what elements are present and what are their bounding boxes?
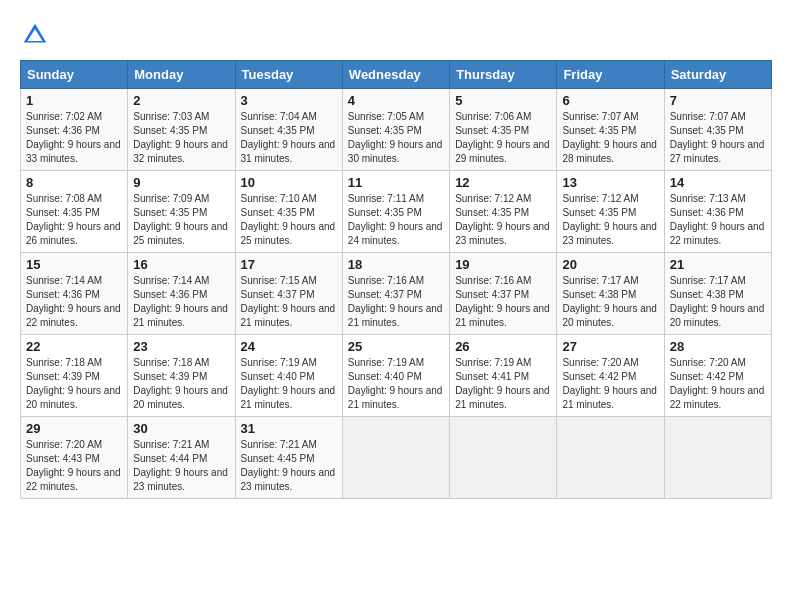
day-number: 1: [26, 93, 122, 108]
calendar-cell: [450, 417, 557, 499]
calendar-week-row: 15Sunrise: 7:14 AMSunset: 4:36 PMDayligh…: [21, 253, 772, 335]
day-info: Sunrise: 7:19 AMSunset: 4:41 PMDaylight:…: [455, 356, 551, 412]
page-header: [20, 20, 772, 50]
day-number: 23: [133, 339, 229, 354]
day-number: 9: [133, 175, 229, 190]
column-header-thursday: Thursday: [450, 61, 557, 89]
calendar-cell: 23Sunrise: 7:18 AMSunset: 4:39 PMDayligh…: [128, 335, 235, 417]
calendar-cell: [342, 417, 449, 499]
calendar-cell: 13Sunrise: 7:12 AMSunset: 4:35 PMDayligh…: [557, 171, 664, 253]
calendar-cell: 20Sunrise: 7:17 AMSunset: 4:38 PMDayligh…: [557, 253, 664, 335]
calendar-cell: 30Sunrise: 7:21 AMSunset: 4:44 PMDayligh…: [128, 417, 235, 499]
day-info: Sunrise: 7:07 AMSunset: 4:35 PMDaylight:…: [670, 110, 766, 166]
day-info: Sunrise: 7:20 AMSunset: 4:42 PMDaylight:…: [670, 356, 766, 412]
day-info: Sunrise: 7:12 AMSunset: 4:35 PMDaylight:…: [455, 192, 551, 248]
calendar-cell: 3Sunrise: 7:04 AMSunset: 4:35 PMDaylight…: [235, 89, 342, 171]
day-number: 8: [26, 175, 122, 190]
calendar-week-row: 29Sunrise: 7:20 AMSunset: 4:43 PMDayligh…: [21, 417, 772, 499]
calendar-table: SundayMondayTuesdayWednesdayThursdayFrid…: [20, 60, 772, 499]
calendar-cell: 8Sunrise: 7:08 AMSunset: 4:35 PMDaylight…: [21, 171, 128, 253]
calendar-cell: 25Sunrise: 7:19 AMSunset: 4:40 PMDayligh…: [342, 335, 449, 417]
calendar-cell: 22Sunrise: 7:18 AMSunset: 4:39 PMDayligh…: [21, 335, 128, 417]
day-info: Sunrise: 7:20 AMSunset: 4:43 PMDaylight:…: [26, 438, 122, 494]
day-info: Sunrise: 7:19 AMSunset: 4:40 PMDaylight:…: [241, 356, 337, 412]
calendar-cell: 5Sunrise: 7:06 AMSunset: 4:35 PMDaylight…: [450, 89, 557, 171]
calendar-cell: 26Sunrise: 7:19 AMSunset: 4:41 PMDayligh…: [450, 335, 557, 417]
day-info: Sunrise: 7:05 AMSunset: 4:35 PMDaylight:…: [348, 110, 444, 166]
day-number: 4: [348, 93, 444, 108]
calendar-cell: [557, 417, 664, 499]
day-number: 13: [562, 175, 658, 190]
column-header-friday: Friday: [557, 61, 664, 89]
day-info: Sunrise: 7:11 AMSunset: 4:35 PMDaylight:…: [348, 192, 444, 248]
day-number: 14: [670, 175, 766, 190]
day-number: 27: [562, 339, 658, 354]
day-info: Sunrise: 7:07 AMSunset: 4:35 PMDaylight:…: [562, 110, 658, 166]
day-number: 19: [455, 257, 551, 272]
day-info: Sunrise: 7:17 AMSunset: 4:38 PMDaylight:…: [562, 274, 658, 330]
column-header-saturday: Saturday: [664, 61, 771, 89]
day-number: 3: [241, 93, 337, 108]
day-number: 7: [670, 93, 766, 108]
calendar-cell: 24Sunrise: 7:19 AMSunset: 4:40 PMDayligh…: [235, 335, 342, 417]
day-info: Sunrise: 7:02 AMSunset: 4:36 PMDaylight:…: [26, 110, 122, 166]
day-number: 15: [26, 257, 122, 272]
calendar-header-row: SundayMondayTuesdayWednesdayThursdayFrid…: [21, 61, 772, 89]
day-info: Sunrise: 7:13 AMSunset: 4:36 PMDaylight:…: [670, 192, 766, 248]
day-number: 26: [455, 339, 551, 354]
column-header-monday: Monday: [128, 61, 235, 89]
day-info: Sunrise: 7:10 AMSunset: 4:35 PMDaylight:…: [241, 192, 337, 248]
day-number: 16: [133, 257, 229, 272]
day-info: Sunrise: 7:18 AMSunset: 4:39 PMDaylight:…: [133, 356, 229, 412]
calendar-cell: 11Sunrise: 7:11 AMSunset: 4:35 PMDayligh…: [342, 171, 449, 253]
day-number: 31: [241, 421, 337, 436]
calendar-cell: 19Sunrise: 7:16 AMSunset: 4:37 PMDayligh…: [450, 253, 557, 335]
calendar-cell: [664, 417, 771, 499]
logo: [20, 20, 54, 50]
day-number: 22: [26, 339, 122, 354]
column-header-tuesday: Tuesday: [235, 61, 342, 89]
day-number: 10: [241, 175, 337, 190]
day-number: 24: [241, 339, 337, 354]
day-number: 18: [348, 257, 444, 272]
day-number: 28: [670, 339, 766, 354]
column-header-wednesday: Wednesday: [342, 61, 449, 89]
day-number: 30: [133, 421, 229, 436]
day-info: Sunrise: 7:21 AMSunset: 4:44 PMDaylight:…: [133, 438, 229, 494]
day-number: 5: [455, 93, 551, 108]
day-info: Sunrise: 7:21 AMSunset: 4:45 PMDaylight:…: [241, 438, 337, 494]
column-header-sunday: Sunday: [21, 61, 128, 89]
calendar-week-row: 22Sunrise: 7:18 AMSunset: 4:39 PMDayligh…: [21, 335, 772, 417]
calendar-cell: 31Sunrise: 7:21 AMSunset: 4:45 PMDayligh…: [235, 417, 342, 499]
day-info: Sunrise: 7:16 AMSunset: 4:37 PMDaylight:…: [455, 274, 551, 330]
calendar-cell: 7Sunrise: 7:07 AMSunset: 4:35 PMDaylight…: [664, 89, 771, 171]
day-info: Sunrise: 7:18 AMSunset: 4:39 PMDaylight:…: [26, 356, 122, 412]
day-info: Sunrise: 7:09 AMSunset: 4:35 PMDaylight:…: [133, 192, 229, 248]
calendar-cell: 17Sunrise: 7:15 AMSunset: 4:37 PMDayligh…: [235, 253, 342, 335]
calendar-cell: 28Sunrise: 7:20 AMSunset: 4:42 PMDayligh…: [664, 335, 771, 417]
day-number: 11: [348, 175, 444, 190]
day-info: Sunrise: 7:08 AMSunset: 4:35 PMDaylight:…: [26, 192, 122, 248]
day-number: 17: [241, 257, 337, 272]
day-number: 25: [348, 339, 444, 354]
day-number: 21: [670, 257, 766, 272]
day-info: Sunrise: 7:19 AMSunset: 4:40 PMDaylight:…: [348, 356, 444, 412]
calendar-week-row: 1Sunrise: 7:02 AMSunset: 4:36 PMDaylight…: [21, 89, 772, 171]
day-info: Sunrise: 7:06 AMSunset: 4:35 PMDaylight:…: [455, 110, 551, 166]
calendar-cell: 9Sunrise: 7:09 AMSunset: 4:35 PMDaylight…: [128, 171, 235, 253]
day-info: Sunrise: 7:14 AMSunset: 4:36 PMDaylight:…: [133, 274, 229, 330]
day-number: 12: [455, 175, 551, 190]
day-number: 29: [26, 421, 122, 436]
day-info: Sunrise: 7:12 AMSunset: 4:35 PMDaylight:…: [562, 192, 658, 248]
day-number: 20: [562, 257, 658, 272]
calendar-cell: 15Sunrise: 7:14 AMSunset: 4:36 PMDayligh…: [21, 253, 128, 335]
calendar-cell: 18Sunrise: 7:16 AMSunset: 4:37 PMDayligh…: [342, 253, 449, 335]
day-info: Sunrise: 7:03 AMSunset: 4:35 PMDaylight:…: [133, 110, 229, 166]
calendar-cell: 6Sunrise: 7:07 AMSunset: 4:35 PMDaylight…: [557, 89, 664, 171]
day-info: Sunrise: 7:16 AMSunset: 4:37 PMDaylight:…: [348, 274, 444, 330]
calendar-cell: 14Sunrise: 7:13 AMSunset: 4:36 PMDayligh…: [664, 171, 771, 253]
day-info: Sunrise: 7:04 AMSunset: 4:35 PMDaylight:…: [241, 110, 337, 166]
day-info: Sunrise: 7:15 AMSunset: 4:37 PMDaylight:…: [241, 274, 337, 330]
calendar-cell: 27Sunrise: 7:20 AMSunset: 4:42 PMDayligh…: [557, 335, 664, 417]
day-info: Sunrise: 7:20 AMSunset: 4:42 PMDaylight:…: [562, 356, 658, 412]
